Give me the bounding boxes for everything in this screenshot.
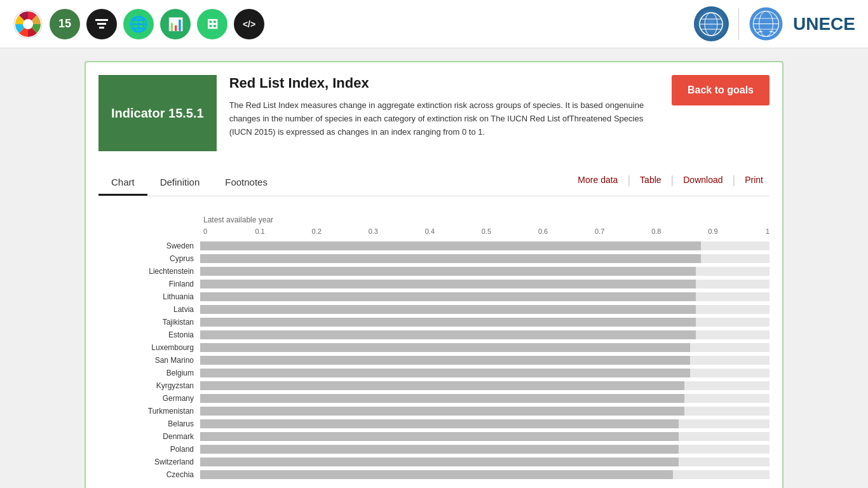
download-link[interactable]: Download xyxy=(677,172,729,188)
header: 15 🌐 📊 ⊞ </> xyxy=(0,0,868,48)
bar-fill xyxy=(200,343,690,352)
chart-subtitle: Latest available year xyxy=(203,215,770,224)
bar-row: Belarus xyxy=(98,418,770,430)
tabs-left: Chart Definition Footnotes xyxy=(98,170,280,196)
indicator-description: The Red List Index measures change in ag… xyxy=(229,99,659,139)
bar-row: Finland xyxy=(98,278,770,290)
tab-definition[interactable]: Definition xyxy=(147,170,213,196)
bar-wrapper xyxy=(200,241,770,250)
code-icon[interactable]: </> xyxy=(234,9,264,39)
logo-separator xyxy=(738,8,739,40)
bars-container: SwedenCyprusLiechtensteinFinlandLithuani… xyxy=(98,240,770,480)
bar-fill xyxy=(200,318,696,327)
axis-07: 0.7 xyxy=(595,227,604,235)
bar-fill xyxy=(200,356,690,365)
bar-row: Latvia xyxy=(98,304,770,315)
separator-3: | xyxy=(733,173,736,187)
bar-fill xyxy=(200,292,696,301)
bar-fill xyxy=(200,280,696,288)
bar-wrapper xyxy=(200,356,770,365)
tabs-row: Chart Definition Footnotes More data | T… xyxy=(98,170,770,196)
bar-wrapper xyxy=(200,394,770,403)
bar-row: Denmark xyxy=(98,431,770,442)
bar-wrapper xyxy=(200,369,770,377)
svg-point-1 xyxy=(23,19,33,29)
bar-label: Latvia xyxy=(98,305,200,314)
bar-label: Kyrgyzstan xyxy=(98,381,200,390)
bar-fill xyxy=(200,381,684,390)
filter-icon[interactable] xyxy=(86,9,117,39)
indicator-content: Red List Index, Index The Red List Index… xyxy=(229,75,659,139)
tab-chart[interactable]: Chart xyxy=(98,170,147,196)
axis-02: 0.2 xyxy=(312,227,322,235)
bar-wrapper xyxy=(200,330,770,339)
bar-row: Cyprus xyxy=(98,253,770,264)
tab-footnotes[interactable]: Footnotes xyxy=(212,170,280,196)
axis-05: 0.5 xyxy=(482,227,491,235)
bar-row: Belgium xyxy=(98,367,770,379)
axis-03: 0.3 xyxy=(369,227,378,235)
svg-rect-3 xyxy=(97,23,106,25)
bar-wrapper xyxy=(200,305,770,314)
chart-area: Latest available year 0 0.1 0.2 0.3 0.4 … xyxy=(98,209,770,488)
bar-fill xyxy=(200,458,679,466)
bar-row: Czechia xyxy=(98,469,770,480)
bar-wrapper xyxy=(200,381,770,390)
chart-icon[interactable]: 📊 xyxy=(160,9,191,39)
bar-label: Estonia xyxy=(98,330,200,339)
header-icons: 15 🌐 📊 ⊞ </> xyxy=(13,9,264,39)
bar-label: Liechtenstein xyxy=(98,267,200,276)
axis-06: 0.6 xyxy=(538,227,548,235)
bar-wrapper xyxy=(200,458,770,466)
un-logo xyxy=(749,6,783,41)
back-to-goals-button[interactable]: Back to goals xyxy=(672,75,770,105)
bar-label: Czechia xyxy=(98,470,200,479)
axis-09: 0.9 xyxy=(708,227,717,235)
bar-wrapper xyxy=(200,254,770,263)
bar-label: Belgium xyxy=(98,369,200,377)
bar-wrapper xyxy=(200,432,770,441)
axis-1: 1 xyxy=(766,227,770,235)
bar-row: Tajikistan xyxy=(98,316,770,328)
bar-fill xyxy=(200,445,679,454)
bar-fill xyxy=(200,407,684,416)
bar-row: Poland xyxy=(98,444,770,455)
globe-icon[interactable]: 🌐 xyxy=(123,9,154,39)
bar-label: Tajikistan xyxy=(98,318,200,327)
axis-08: 0.8 xyxy=(651,227,661,235)
bar-row: Sweden xyxy=(98,240,770,252)
tabs-right: More data | Table | Download | Print xyxy=(571,172,770,194)
axis-04: 0.4 xyxy=(425,227,435,235)
bar-label: Cyprus xyxy=(98,254,200,263)
sdg-wheel-icon[interactable] xyxy=(13,9,43,39)
sdg-15-icon[interactable]: 15 xyxy=(50,9,80,39)
unece-label: UNECE xyxy=(793,14,855,34)
bar-label: Belarus xyxy=(98,419,200,428)
bar-label: Turkmenistan xyxy=(98,407,200,416)
bar-fill xyxy=(200,254,701,263)
bar-label: Finland xyxy=(98,280,200,288)
main-content: Indicator 15.5.1 Red List Index, Index T… xyxy=(85,61,783,488)
bar-wrapper xyxy=(200,292,770,301)
grid-icon[interactable]: ⊞ xyxy=(197,9,227,39)
bar-row: San Marino xyxy=(98,355,770,366)
header-logos: UNECE xyxy=(694,6,855,41)
bar-fill xyxy=(200,470,673,479)
bar-label: Sweden xyxy=(98,241,200,250)
bar-row: Switzerland xyxy=(98,456,770,468)
bar-label: Poland xyxy=(98,445,200,454)
bar-fill xyxy=(200,305,696,314)
svg-rect-4 xyxy=(99,27,104,29)
more-data-link[interactable]: More data xyxy=(571,172,624,188)
separator-1: | xyxy=(627,173,630,187)
table-link[interactable]: Table xyxy=(634,172,667,188)
bar-row: Liechtenstein xyxy=(98,266,770,277)
bar-fill xyxy=(200,419,679,428)
bar-wrapper xyxy=(200,445,770,454)
bar-label: Luxembourg xyxy=(98,343,200,352)
bar-fill xyxy=(200,267,696,276)
bar-fill xyxy=(200,394,684,403)
svg-rect-2 xyxy=(95,19,108,21)
bar-row: Lithuania xyxy=(98,291,770,302)
print-link[interactable]: Print xyxy=(738,172,770,188)
